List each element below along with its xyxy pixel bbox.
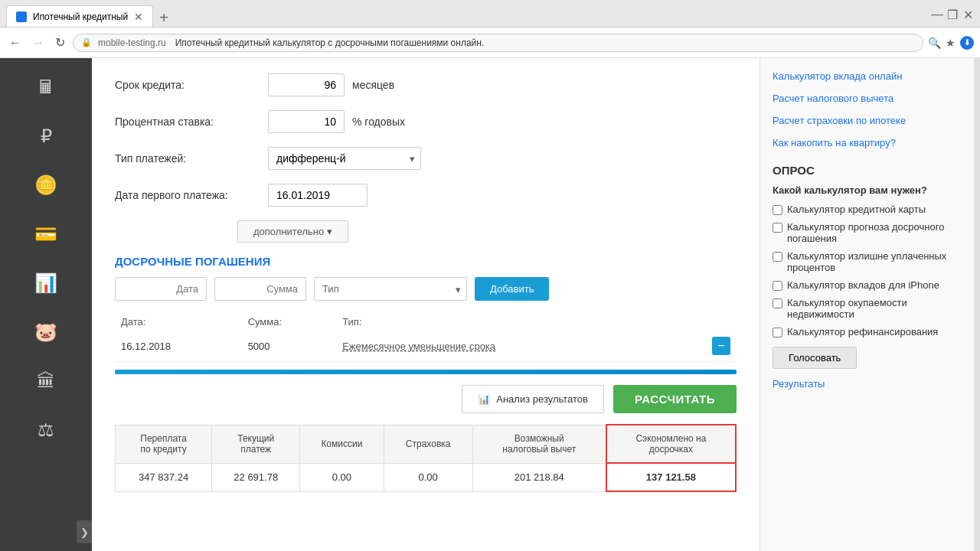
results-commission: 0.00 (300, 463, 384, 491)
results-saved: 137 121.58 (606, 463, 736, 491)
sidebar-link-1[interactable]: Расчет налогового вычета (773, 93, 962, 104)
sidebar-item-piggy[interactable]: 🐷 (15, 309, 77, 355)
analyze-button[interactable]: 📊 Анализ результатов (462, 385, 604, 413)
download-icon: ⬇ (964, 38, 970, 47)
first-payment-row: Дата первого платежа: (115, 184, 737, 207)
add-payment-button[interactable]: Добавить (475, 277, 549, 301)
sidebar-item-scale[interactable]: ⚖ (15, 407, 77, 453)
action-buttons: 📊 Анализ результатов РАССЧИТАТЬ (115, 385, 737, 413)
results-col-saved: Сэкономлено надосрочках (606, 425, 736, 463)
tab-strip: Ипотечный кредитный ✕ + (6, 0, 931, 27)
results-insurance: 0.00 (384, 463, 472, 491)
tab-favicon (16, 11, 27, 22)
results-col-insurance: Страховка (384, 425, 472, 463)
sidebar-item-ruble[interactable]: ₽ (15, 113, 77, 159)
sidebar-item-coin[interactable]: 🪙 (15, 162, 77, 208)
payment-type-select[interactable]: дифференц-й аннуитетный (268, 147, 421, 170)
survey-section: ОПРОС Какой калькулятор вам нужен? Кальк… (773, 164, 962, 390)
results-col-overpay: Переплатапо кредиту (116, 425, 212, 463)
survey-option-1: Калькулятор прогноза досрочного погашени… (773, 221, 962, 244)
loan-term-input[interactable] (268, 73, 345, 96)
early-date-input[interactable] (115, 277, 207, 301)
additional-button[interactable]: дополнительно ▾ (237, 220, 348, 243)
col-header-sum: Сумма: (242, 313, 337, 331)
restore-button[interactable]: ❐ (946, 8, 959, 20)
survey-option-label-5: Калькулятор рефинансирования (787, 326, 938, 337)
tab-close-button[interactable]: ✕ (134, 11, 143, 23)
new-tab-button[interactable]: + (153, 9, 175, 27)
back-button[interactable]: ← (6, 36, 24, 50)
vote-button[interactable]: Голосовать (773, 347, 857, 369)
survey-results-link[interactable]: Результаты (773, 378, 825, 390)
results-payment: 22 691.78 (212, 463, 300, 491)
interest-rate-row: Процентная ставка: % годовых (115, 110, 737, 133)
bookmark-button[interactable]: ★ (946, 36, 956, 50)
results-deduction: 201 218.84 (472, 463, 606, 491)
forward-button[interactable]: → (29, 36, 47, 50)
results-overpay: 347 837.24 (116, 463, 212, 491)
reload-button[interactable]: ↻ (52, 35, 68, 50)
address-bar: ← → ↻ 🔒 mobile-testing.ru Ипотечный кред… (0, 28, 980, 58)
active-tab[interactable]: Ипотечный кредитный ✕ (6, 5, 153, 27)
remove-payment-button[interactable]: − (712, 337, 730, 355)
interest-rate-input[interactable] (268, 110, 345, 133)
sidebar-link-3[interactable]: Как накопить на квартиру? (773, 137, 962, 148)
col-header-type: Тип: (336, 313, 674, 331)
results-row: 347 837.24 22 691.78 0.00 0.00 201 218.8… (116, 463, 737, 491)
early-sum-input[interactable] (214, 277, 306, 301)
address-actions: 🔍 ★ ⬇ (928, 36, 974, 50)
close-button[interactable]: ✕ (962, 8, 974, 20)
sidebar-item-bank[interactable]: 🏛 (15, 358, 77, 404)
sidebar-link-0[interactable]: Калькулятор вклада онлайн (773, 70, 962, 82)
search-icon-button[interactable]: 🔍 (928, 36, 941, 50)
survey-option-label-1: Калькулятор прогноза досрочного погашени… (787, 221, 962, 244)
loan-term-row: Срок кредита: месяцев (115, 73, 737, 96)
sidebar-item-card[interactable]: 💳 (15, 211, 77, 257)
page-body: 🖩 ₽ 🪙 💳 📊 🐷 🏛 ⚖ ❯ Срок кредита: месяцев … (0, 58, 980, 551)
calculate-button[interactable]: РАССЧИТАТЬ (613, 385, 737, 413)
results-col-commission: Комиссии (300, 425, 384, 463)
download-badge[interactable]: ⬇ (960, 36, 974, 50)
early-type-select[interactable]: Тип Ежемесячное уменьшение срока Разовое… (314, 277, 467, 301)
first-payment-input[interactable] (268, 184, 368, 207)
early-payment-form: Тип Ежемесячное уменьшение срока Разовое… (115, 277, 737, 301)
payment-date: 16.12.2018 (115, 331, 242, 362)
loan-term-unit: месяцев (352, 79, 394, 91)
sidebar-link-2[interactable]: Расчет страховки по ипотеке (773, 115, 962, 126)
blue-separator (115, 370, 737, 374)
survey-option-label-0: Калькулятор кредитной карты (787, 204, 926, 215)
analyze-label: Анализ результатов (496, 393, 588, 405)
survey-checkbox-1[interactable] (773, 223, 782, 233)
address-box[interactable]: 🔒 mobile-testing.ru Ипотечный кредитный … (73, 34, 923, 52)
survey-checkbox-4[interactable] (773, 298, 782, 308)
results-col-payment: Текущийплатеж (212, 425, 300, 463)
sidebar-item-chart[interactable]: 📊 (15, 260, 77, 306)
sidebar-toggle-button[interactable]: ❯ (77, 520, 92, 543)
survey-checkbox-0[interactable] (773, 205, 782, 215)
scrollbar[interactable] (974, 58, 980, 551)
interest-rate-unit: % годовых (352, 116, 405, 128)
survey-checkbox-3[interactable] (773, 281, 782, 291)
tab-title: Ипотечный кредитный (33, 11, 128, 22)
payment-type-row: Тип платежей: дифференц-й аннуитетный (115, 147, 737, 170)
minimize-button[interactable]: — (931, 8, 943, 20)
early-payments-title: ДОСРОЧНЫЕ ПОГАШЕНИЯ (115, 255, 737, 268)
chart-icon: 📊 (478, 393, 490, 405)
payment-type-select-wrapper: дифференц-й аннуитетный (268, 147, 421, 170)
payment-sum: 5000 (242, 331, 337, 362)
survey-checkbox-5[interactable] (773, 328, 782, 337)
additional-row: дополнительно ▾ (115, 220, 737, 243)
right-sidebar: Калькулятор вклада онлайн Расчет налогов… (760, 58, 974, 551)
browser-titlebar: Ипотечный кредитный ✕ + — ❐ ✕ (0, 0, 980, 28)
survey-option-4: Калькулятор окупаемости недвижимости (773, 297, 962, 320)
lock-icon: 🔒 (81, 37, 92, 47)
sidebar-item-calculator[interactable]: 🖩 (15, 64, 77, 110)
survey-question: Какой калькулятор вам нужен? (773, 184, 962, 196)
payment-remove-cell: − (674, 331, 737, 362)
payment-type: Ежемесячное уменьшение срока (336, 331, 674, 362)
survey-option-3: Калькулятор вкладов для iPhone (773, 279, 962, 291)
early-type-select-wrapper: Тип Ежемесячное уменьшение срока Разовое… (314, 277, 467, 301)
payment-type-link[interactable]: Ежемесячное уменьшение срока (342, 341, 495, 352)
survey-title: ОПРОС (773, 164, 962, 177)
survey-checkbox-2[interactable] (773, 252, 782, 262)
